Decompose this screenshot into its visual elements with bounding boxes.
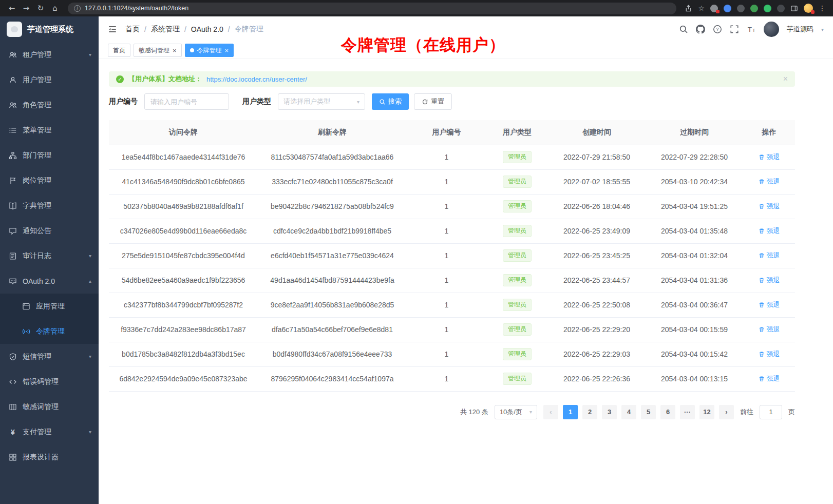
profile-avatar[interactable] (804, 4, 813, 13)
extension-icon[interactable] (750, 5, 758, 12)
refresh-token-cell: 9ce8ef2aa9f14056b831ae9b608e28d5 (258, 293, 407, 317)
sidebar-item-oauth2-application[interactable]: 应用管理 (0, 294, 99, 319)
sidebar-item-role[interactable]: 角色管理 (0, 92, 99, 118)
github-icon[interactable] (696, 25, 705, 34)
app-logo-bar[interactable]: 芋道管理系统 (0, 16, 99, 42)
side-panel-icon[interactable] (790, 5, 798, 12)
access-token-cell: 41c41346a548490f9dc8b01c6bfe0865 (109, 169, 258, 194)
home-button[interactable]: ⌂ (48, 2, 62, 15)
bookmark-star-icon[interactable]: ☆ (698, 4, 705, 12)
close-icon[interactable]: × (173, 47, 177, 54)
back-button[interactable]: ← (5, 2, 18, 15)
goto-page-input[interactable] (760, 405, 782, 419)
sidebar-item-oauth2[interactable]: OAuth 2.0▴ (0, 268, 99, 294)
share-icon[interactable] (685, 5, 692, 12)
breadcrumb-item[interactable]: 首页 (125, 25, 140, 34)
breadcrumb-item[interactable]: 系统管理 (151, 25, 180, 34)
search-button[interactable]: 搜索 (372, 93, 409, 110)
extension-icon[interactable] (724, 5, 731, 12)
user-type-badge: 管理员 (503, 225, 532, 237)
force-logout-button[interactable]: 强退 (759, 226, 780, 236)
prev-page-button[interactable]: ‹ (543, 405, 558, 419)
sidebar-item-notice[interactable]: 通知公告 (0, 218, 99, 243)
page-button-6[interactable]: 6 (660, 405, 675, 419)
tab-sensitive-word[interactable]: 敏感词管理× (134, 44, 182, 57)
action-cell: 强退 (743, 342, 795, 366)
reset-button[interactable]: 重置 (414, 93, 452, 110)
alert-doc-link[interactable]: https://doc.iocoder.cn/user-center/ (206, 75, 307, 83)
search-icon[interactable] (679, 25, 688, 34)
sidebar-item-menu[interactable]: 菜单管理 (0, 118, 99, 143)
page-button-5[interactable]: 5 (641, 405, 656, 419)
action-cell: 强退 (743, 268, 795, 293)
sidebar-item-label: 应用管理 (36, 302, 65, 311)
force-logout-button[interactable]: 强退 (759, 202, 780, 211)
menu-fold-icon[interactable] (108, 25, 117, 34)
page-button-4[interactable]: 4 (621, 405, 636, 419)
tab-home[interactable]: 首页 (108, 44, 130, 57)
close-icon[interactable]: × (783, 75, 788, 83)
sidebar-item-dept[interactable]: 部门管理 (0, 143, 99, 168)
tab-label: 首页 (113, 46, 125, 55)
avatar[interactable] (764, 22, 779, 37)
page-button-3[interactable]: 3 (602, 405, 617, 419)
help-icon[interactable]: ? (713, 25, 722, 34)
sidebar-item-tenant[interactable]: 租户管理▾ (0, 42, 99, 67)
force-logout-button[interactable]: 强退 (759, 152, 780, 162)
menu-dots-icon[interactable]: ⋮ (819, 4, 826, 12)
sidebar-item-sensitive-word[interactable]: 敏感词管理 (0, 394, 99, 419)
forward-button[interactable]: → (20, 2, 33, 15)
user-id-input[interactable] (144, 93, 229, 110)
force-logout-button[interactable]: 强退 (759, 350, 780, 359)
page-button-12[interactable]: 12 (699, 405, 714, 419)
tab-token[interactable]: 令牌管理× (185, 44, 234, 57)
force-logout-button[interactable]: 强退 (759, 251, 780, 260)
sidebar-item-dict[interactable]: 字典管理 (0, 193, 99, 218)
force-logout-label: 强退 (767, 152, 780, 162)
sidebar-item-sms[interactable]: 短信管理▾ (0, 344, 99, 369)
user-type-cell: 管理员 (486, 243, 548, 268)
reload-button[interactable]: ↻ (34, 2, 47, 15)
sidebar-item-audit-log[interactable]: 审计日志▾ (0, 243, 99, 268)
force-logout-button[interactable]: 强退 (759, 300, 780, 309)
font-size-icon[interactable]: TT (747, 25, 756, 34)
force-logout-button[interactable]: 强退 (759, 276, 780, 285)
sidebar-item-oauth2-token[interactable]: 令牌管理 (0, 319, 99, 344)
page-button-2[interactable]: 2 (582, 405, 597, 419)
user-type-cell: 管理员 (486, 293, 548, 317)
extension-icon[interactable] (764, 5, 771, 12)
user-type-select[interactable]: 请选择用户类型 ▾ (278, 93, 365, 110)
sidebar-item-error-code[interactable]: 错误码管理 (0, 369, 99, 394)
access-token-cell: 502375b8040a469a9b82188afdf6af1f (109, 194, 258, 219)
sidebar-item-post[interactable]: 岗位管理 (0, 168, 99, 193)
access-token-cell: 275e5de9151045fe87cbdc395e004f4d (109, 243, 258, 268)
sidebar-item-user[interactable]: 用户管理 (0, 67, 99, 92)
refresh-token-cell: dfa6c71a50a54c66bef706ef9e6e8d81 (258, 317, 407, 342)
more-pages-button[interactable]: ··· (680, 405, 695, 419)
fullscreen-icon[interactable] (730, 25, 739, 34)
sidebar-item-label: 报表设计器 (23, 453, 59, 462)
table-row: 54d6be82ee5a460a9aedc1f9bf22365649d1aa46… (109, 268, 795, 293)
force-logout-button[interactable]: 强退 (759, 325, 780, 334)
breadcrumb-item[interactable]: OAuth 2.0 (191, 25, 223, 33)
search-form: 用户编号 用户类型 请选择用户类型 ▾ 搜索 重置 (109, 93, 795, 110)
action-cell: 强退 (743, 293, 795, 317)
force-logout-button[interactable]: 强退 (759, 374, 780, 383)
extension-icon[interactable] (710, 5, 718, 12)
site-info-icon[interactable]: i (74, 5, 81, 12)
user-type-badge: 管理员 (503, 373, 532, 385)
address-bar[interactable]: i 127.0.0.1:1024/system/oauth2/token (68, 3, 676, 14)
force-logout-button[interactable]: 强退 (759, 177, 780, 186)
tab-label: 令牌管理 (197, 46, 222, 55)
sidebar-item-pay[interactable]: ¥支付管理▾ (0, 419, 99, 444)
next-page-button[interactable]: › (719, 405, 734, 419)
close-icon[interactable]: × (225, 47, 229, 54)
extension-icon[interactable] (777, 5, 785, 12)
page-size-select[interactable]: 10条/页 ▾ (495, 405, 537, 419)
page-button-1[interactable]: 1 (563, 405, 578, 419)
sidebar-item-report-designer[interactable]: 报表设计器 (0, 444, 99, 470)
extension-icon[interactable] (737, 5, 745, 12)
username[interactable]: 芋道源码 (787, 25, 813, 34)
sidebar-item-label: 支付管理 (23, 428, 51, 437)
page-size-value: 10条/页 (500, 408, 522, 417)
